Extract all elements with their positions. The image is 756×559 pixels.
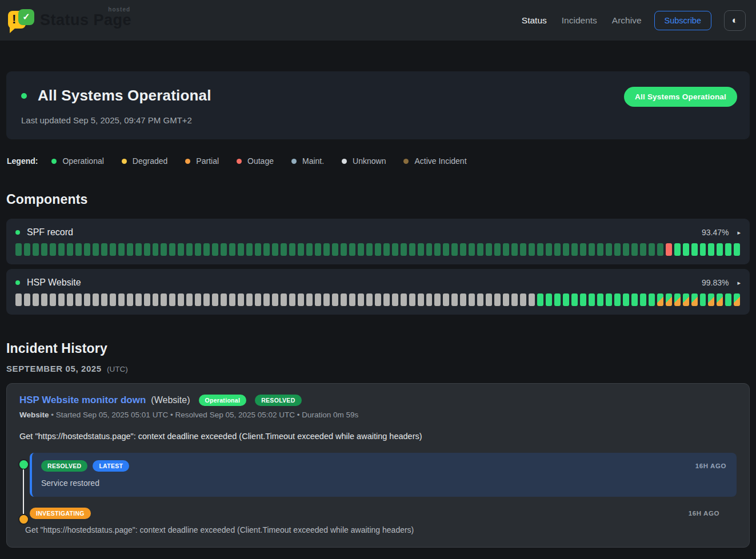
uptime-bar-operational-old[interactable] [255,243,261,256]
uptime-bar-operational-old[interactable] [186,243,193,256]
uptime-bar-operational-old[interactable] [195,243,201,256]
uptime-bar-operational-recent[interactable] [537,293,543,306]
uptime-bar-nodata[interactable] [50,293,56,306]
uptime-bar-operational-old[interactable] [383,243,390,256]
uptime-bar-nodata[interactable] [289,293,295,306]
uptime-bar-nodata[interactable] [529,293,535,306]
uptime-bar-operational-old[interactable] [469,243,475,256]
uptime-bar-nodata[interactable] [434,293,441,306]
uptime-bar-nodata[interactable] [392,293,398,306]
uptime-bar-operational-recent[interactable] [725,293,731,306]
uptime-bar-operational-old[interactable] [375,243,381,256]
uptime-bar-nodata[interactable] [486,293,492,306]
uptime-bar-nodata[interactable] [75,293,82,306]
uptime-bar-operational-old[interactable] [289,243,295,256]
uptime-bar-operational-old[interactable] [366,243,373,256]
uptime-bar-operational-old[interactable] [614,243,621,256]
uptime-bar-operational-old[interactable] [58,243,65,256]
uptime-bar-operational-old[interactable] [563,243,569,256]
uptime-bar-nodata[interactable] [221,293,227,306]
brand[interactable]: ! ✓ Status Page hosted [8,9,131,32]
uptime-bar-operational-old[interactable] [434,243,441,256]
uptime-bar-operational-old[interactable] [649,243,655,256]
uptime-bar-degraded-mix[interactable] [691,293,698,306]
uptime-bar-nodata[interactable] [153,293,159,306]
uptime-bar-nodata[interactable] [323,293,330,306]
uptime-bar-operational-old[interactable] [93,243,99,256]
uptime-bar-operational-old[interactable] [323,243,330,256]
uptime-bar-nodata[interactable] [366,293,373,306]
uptime-bar-operational-old[interactable] [306,243,313,256]
uptime-bar-nodata[interactable] [401,293,407,306]
uptime-bar-degraded-mix[interactable] [734,293,740,306]
uptime-bar-nodata[interactable] [58,293,65,306]
uptime-bar-nodata[interactable] [332,293,338,306]
uptime-bar-nodata[interactable] [409,293,415,306]
uptime-bar-nodata[interactable] [127,293,133,306]
uptime-bar-nodata[interactable] [110,293,116,306]
uptime-bar-nodata[interactable] [520,293,526,306]
uptime-bar-degraded-mix[interactable] [657,293,663,306]
uptime-bar-operational-old[interactable] [477,243,483,256]
uptime-bar-operational-old[interactable] [597,243,603,256]
nav-status[interactable]: Status [522,15,547,26]
uptime-bar-degraded-mix[interactable] [683,293,689,306]
uptime-bar-operational-old[interactable] [84,243,90,256]
uptime-bar-operational-old[interactable] [118,243,125,256]
uptime-bar-nodata[interactable] [469,293,475,306]
uptime-bar-operational-recent[interactable] [571,293,578,306]
uptime-bar-operational-old[interactable] [580,243,586,256]
uptime-bar-operational-recent[interactable] [546,293,552,306]
uptime-bar-operational-old[interactable] [640,243,646,256]
uptime-bar-nodata[interactable] [15,293,22,306]
uptime-bar-operational-old[interactable] [178,243,184,256]
uptime-bar-operational-old[interactable] [460,243,466,256]
uptime-bar-operational-old[interactable] [537,243,543,256]
uptime-bar-operational-old[interactable] [554,243,561,256]
uptime-bar-nodata[interactable] [263,293,270,306]
uptime-bar-nodata[interactable] [375,293,381,306]
uptime-bar-nodata[interactable] [383,293,390,306]
uptime-bar-nodata[interactable] [229,293,235,306]
uptime-bar-operational-old[interactable] [418,243,424,256]
uptime-bar-operational-old[interactable] [409,243,415,256]
uptime-bar-nodata[interactable] [178,293,184,306]
uptime-bar-operational-recent[interactable] [734,243,740,256]
uptime-bar-operational-old[interactable] [229,243,235,256]
uptime-bar-operational-recent[interactable] [589,293,595,306]
uptime-bar-operational-recent[interactable] [700,243,706,256]
expand-arrow-icon[interactable]: ▸ [737,229,741,236]
uptime-bar-operational-old[interactable] [451,243,458,256]
uptime-bar-degraded-mix[interactable] [717,293,723,306]
uptime-bar-nodata[interactable] [186,293,193,306]
uptime-bar-nodata[interactable] [169,293,175,306]
uptime-bar-operational-old[interactable] [315,243,321,256]
uptime-bar-operational-old[interactable] [101,243,107,256]
uptime-bar-nodata[interactable] [212,293,218,306]
uptime-bar-operational-recent[interactable] [623,293,629,306]
uptime-bar-nodata[interactable] [135,293,142,306]
uptime-bar-operational-old[interactable] [520,243,526,256]
uptime-bar-operational-old[interactable] [349,243,355,256]
uptime-bar-operational-old[interactable] [511,243,518,256]
uptime-bar-nodata[interactable] [238,293,244,306]
uptime-bar-operational-recent[interactable] [640,293,646,306]
uptime-bar-nodata[interactable] [443,293,449,306]
uptime-bar-operational-old[interactable] [503,243,509,256]
uptime-bar-nodata[interactable] [418,293,424,306]
uptime-bar-operational-old[interactable] [486,243,492,256]
uptime-bar-operational-recent[interactable] [606,293,612,306]
uptime-bar-operational-old[interactable] [144,243,150,256]
uptime-bar-nodata[interactable] [93,293,99,306]
uptime-bar-operational-old[interactable] [298,243,304,256]
uptime-bar-nodata[interactable] [306,293,313,306]
uptime-bar-nodata[interactable] [503,293,509,306]
uptime-bar-nodata[interactable] [511,293,518,306]
uptime-bar-nodata[interactable] [118,293,125,306]
uptime-bar-degraded-mix[interactable] [666,293,672,306]
uptime-bar-operational-old[interactable] [238,243,244,256]
uptime-bar-operational-recent[interactable] [563,293,569,306]
theme-toggle-button[interactable]: ◐ [724,10,746,31]
uptime-bar-nodata[interactable] [246,293,253,306]
uptime-bar-operational-old[interactable] [571,243,578,256]
